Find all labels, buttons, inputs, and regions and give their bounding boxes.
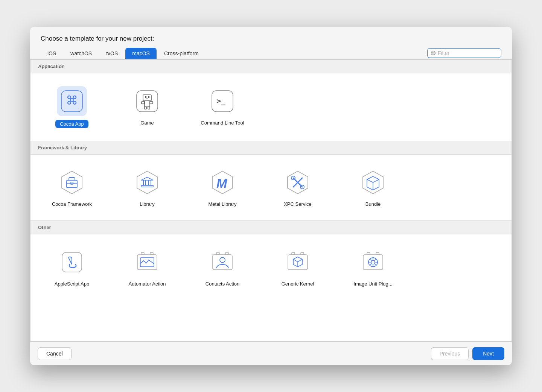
svg-rect-53 [301, 252, 304, 255]
svg-line-68 [375, 264, 376, 266]
cocoa-framework-icon [58, 169, 85, 196]
command-line-icon: >_ [211, 90, 234, 113]
svg-rect-11 [145, 101, 150, 107]
xpc-service-icon [284, 169, 311, 196]
svg-rect-7 [143, 95, 151, 101]
contacts-icon [209, 249, 236, 276]
item-automator[interactable]: Automator Action [110, 242, 185, 293]
item-cocoa-framework[interactable]: Cocoa Framework [34, 162, 110, 213]
dialog-title: Choose a template for your new project: [30, 27, 512, 48]
tab-container: iOS watchOS tvOS macOS Cross-platform [41, 48, 427, 59]
item-game[interactable]: Game [110, 81, 185, 133]
svg-rect-14 [145, 107, 146, 109]
svg-rect-23 [141, 185, 153, 187]
bundle-label: Bundle [365, 201, 381, 208]
automator-icon [134, 249, 161, 276]
automator-icon-wrapper [132, 247, 162, 277]
image-unit-icon-wrapper [358, 247, 388, 277]
game-icon-wrapper [132, 86, 162, 116]
svg-line-40 [367, 179, 373, 182]
svg-rect-44 [141, 252, 144, 255]
applescript-label: AppleScript App [55, 281, 90, 287]
metal-library-icon-wrapper: M [207, 167, 238, 198]
svg-line-67 [370, 259, 372, 261]
filter-input[interactable] [438, 50, 498, 56]
library-icon-wrapper [132, 167, 162, 198]
tab-watchos[interactable]: watchOS [64, 48, 99, 59]
template-dialog: Choose a template for your new project: … [30, 27, 512, 365]
svg-rect-13 [150, 102, 153, 104]
tab-crossplatform[interactable]: Cross-platform [157, 48, 206, 59]
other-grid: AppleScript App Automator Action [30, 234, 512, 300]
library-icon [134, 169, 161, 196]
svg-marker-29 [141, 177, 153, 180]
svg-rect-47 [213, 255, 232, 270]
section-application: Application [30, 60, 512, 73]
library-label: Library [140, 201, 155, 208]
kernel-icon-wrapper [283, 247, 313, 277]
previous-button[interactable]: Previous [431, 347, 469, 360]
svg-point-62 [371, 260, 375, 264]
game-label: Game [140, 120, 154, 126]
item-image-unit[interactable]: Image Unit Plug... [335, 242, 411, 293]
item-command-line[interactable]: >_ Command Line Tool [185, 81, 260, 133]
kernel-icon [284, 249, 311, 276]
svg-rect-8 [145, 96, 146, 98]
game-icon [136, 90, 159, 113]
svg-rect-59 [367, 252, 370, 255]
bundle-icon [359, 169, 387, 196]
svg-rect-48 [216, 252, 219, 255]
contacts-label: Contacts Action [206, 281, 239, 287]
svg-rect-58 [363, 255, 383, 270]
section-other: Other [30, 220, 512, 234]
cocoa-framework-icon-wrapper [57, 167, 87, 198]
tab-ios[interactable]: iOS [41, 48, 63, 59]
item-cocoa-app[interactable]: ⌘ Cocoa App [34, 81, 110, 133]
item-kernel[interactable]: Generic Kernel [260, 242, 335, 293]
svg-rect-12 [142, 102, 145, 104]
cancel-button[interactable]: Cancel [38, 347, 72, 360]
svg-line-70 [370, 264, 372, 266]
footer: Cancel Previous Next [30, 342, 512, 365]
svg-line-41 [373, 179, 379, 182]
tabs-row: iOS watchOS tvOS macOS Cross-platform [30, 48, 512, 59]
command-line-icon-wrapper: >_ [207, 86, 238, 116]
footer-right: Previous Next [431, 347, 504, 360]
image-unit-icon [359, 249, 387, 276]
applescript-icon-wrapper [57, 247, 87, 277]
application-grid: ⌘ Cocoa App [30, 73, 512, 141]
next-button[interactable]: Next [472, 347, 504, 360]
svg-rect-15 [148, 107, 150, 109]
item-contacts[interactable]: Contacts Action [185, 242, 260, 293]
tab-macos[interactable]: macOS [125, 48, 157, 59]
item-xpc-service[interactable]: XPC Service [260, 162, 335, 213]
item-bundle[interactable]: Bundle [335, 162, 411, 213]
svg-rect-9 [148, 96, 149, 98]
xpc-service-icon-wrapper [283, 167, 313, 198]
command-line-label: Command Line Tool [201, 120, 244, 126]
content-area: Application ⌘ Cocoa App [30, 59, 512, 342]
automator-label: Automator Action [129, 281, 166, 287]
framework-grid: Cocoa Framework Libr [30, 155, 512, 220]
item-library[interactable]: Library [110, 162, 185, 213]
svg-rect-49 [225, 252, 228, 255]
svg-line-69 [375, 259, 376, 261]
svg-line-56 [293, 259, 298, 262]
metal-library-label: Metal Library [208, 201, 236, 208]
cocoa-app-icon-wrapper: ⌘ [57, 86, 87, 116]
section-framework: Framework & Library [30, 141, 512, 155]
filter-icon [431, 50, 436, 56]
cocoa-app-label: Cocoa App [55, 120, 88, 128]
svg-rect-45 [150, 252, 153, 255]
svg-rect-52 [292, 252, 295, 255]
svg-text:M: M [216, 176, 227, 190]
item-metal-library[interactable]: M Metal Library [185, 162, 260, 213]
svg-line-57 [298, 259, 302, 262]
bundle-icon-wrapper [358, 167, 388, 198]
filter-container [427, 48, 501, 58]
item-applescript[interactable]: AppleScript App [34, 242, 110, 293]
cocoa-app-icon: ⌘ [60, 90, 84, 113]
tab-tvos[interactable]: tvOS [99, 48, 125, 59]
contacts-icon-wrapper [207, 247, 238, 277]
cocoa-framework-label: Cocoa Framework [52, 201, 92, 208]
